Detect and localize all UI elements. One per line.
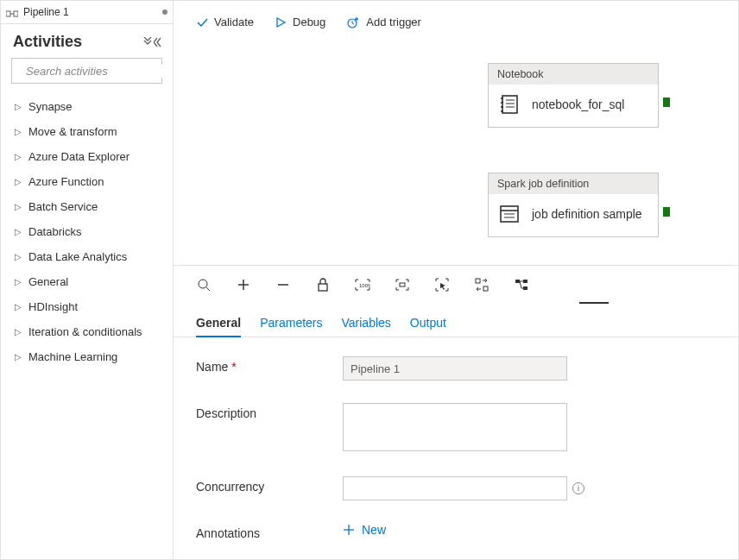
svg-point-23 [199,280,207,288]
app-root: Pipeline 1 Activities ▷Synapse ▷Move & t… [0,0,739,560]
category-label: HDInsight [28,300,78,313]
node-notebook-label: notebook_for_sql [532,98,624,111]
search-wrapper [1,56,173,91]
svg-rect-30 [400,283,405,286]
validate-label: Validate [214,16,254,28]
category-data-lake-analytics[interactable]: ▷Data Lake Analytics [6,244,167,269]
tab-general[interactable]: General [196,316,241,337]
svg-line-24 [206,287,210,291]
category-label: Synapse [28,100,73,113]
chevron-right-icon: ▷ [15,302,22,311]
zoom-in-icon[interactable] [236,277,251,293]
trigger-icon [346,16,360,29]
required-asterisk: * [231,360,236,374]
chevron-right-icon: ▷ [15,102,22,111]
properties-form: Name * Description Concurrency i Annotat… [174,337,738,559]
chevron-right-icon: ▷ [15,177,22,186]
new-label: New [362,523,386,537]
add-trigger-button[interactable]: Add trigger [346,16,421,29]
tab-output[interactable]: Output [410,316,446,337]
chevron-right-icon: ▷ [15,252,22,261]
tab-variables[interactable]: Variables [342,316,391,337]
chevron-right-icon: ▷ [15,277,22,286]
category-label: Databricks [28,225,81,238]
chevron-right-icon: ▷ [15,327,22,337]
category-batch-service[interactable]: ▷Batch Service [6,194,167,219]
node-notebook[interactable]: Notebook notebook_for_sql [488,63,659,128]
layout-icon[interactable] [514,277,529,293]
zoom-search-icon[interactable] [196,277,212,293]
svg-rect-35 [523,286,527,290]
category-label: Azure Data Explorer [28,150,129,163]
connector-success[interactable] [663,207,670,217]
canvas-toolbar: Validate Debug Add trigger [174,1,738,44]
category-label: Azure Function [28,175,104,188]
node-spark-job[interactable]: Spark job definition job definition samp… [488,173,659,237]
node-notebook-body: notebook_for_sql [489,85,658,127]
node-spark-head: Spark job definition [489,173,658,194]
fit-screen-icon[interactable] [395,277,410,293]
validate-button[interactable]: Validate [196,16,254,28]
svg-rect-11 [502,96,517,113]
concurrency-input[interactable] [343,476,567,500]
lock-icon[interactable] [315,277,331,293]
properties-tabs: General Parameters Variables Output [174,303,738,337]
debug-button[interactable]: Debug [275,16,325,28]
category-hdinsight[interactable]: ▷HDInsight [6,294,167,319]
search-input[interactable] [26,65,172,78]
svg-rect-34 [523,280,527,283]
node-notebook-head: Notebook [489,64,658,85]
tab-parameters[interactable]: Parameters [260,316,322,337]
category-general[interactable]: ▷General [6,269,167,294]
activities-header: Activities [1,24,173,56]
chevron-right-icon: ▷ [15,352,22,362]
chevron-right-icon: ▷ [15,152,22,161]
tab-title[interactable]: Pipeline 1 [23,6,157,18]
category-label: General [28,275,68,288]
category-azure-function[interactable]: ▷Azure Function [6,169,167,194]
panel-resize-handle[interactable] [579,302,609,304]
zoom-out-icon[interactable] [275,277,291,293]
description-input[interactable] [343,403,567,451]
svg-text:100%: 100% [359,282,370,287]
tab-dirty-indicator [162,9,167,15]
connector-success[interactable] [663,98,670,107]
category-move-transform[interactable]: ▷Move & transform [6,119,167,144]
category-azure-data-explorer[interactable]: ▷Azure Data Explorer [6,144,167,169]
pipeline-icon [6,8,18,16]
notebook-icon [497,92,521,116]
category-label: Move & transform [28,125,117,138]
collapse-chevrons[interactable] [143,37,162,47]
svg-line-8 [352,23,354,24]
select-icon[interactable] [434,277,450,293]
annotations-label: Annotations [196,523,343,540]
category-databricks[interactable]: ▷Databricks [6,219,167,244]
canvas-zoom-toolbar: 100% [174,265,738,303]
debug-label: Debug [293,16,325,28]
add-trigger-label: Add trigger [366,16,421,28]
svg-rect-31 [476,279,480,283]
category-machine-learning[interactable]: ▷Machine Learning [6,344,167,369]
activities-title: Activities [13,33,143,51]
zoom-100-icon[interactable]: 100% [355,277,370,293]
name-input[interactable] [343,356,567,381]
search-box[interactable] [11,58,162,84]
activity-category-list: ▷Synapse ▷Move & transform ▷Azure Data E… [1,91,173,373]
auto-align-icon[interactable] [474,277,490,293]
chevron-right-icon: ▷ [15,227,22,236]
chevron-right-icon: ▷ [15,202,22,211]
concurrency-label: Concurrency [196,476,343,494]
category-iteration-conditionals[interactable]: ▷Iteration & conditionals [6,319,167,344]
check-icon [196,16,208,28]
category-label: Machine Learning [28,350,117,363]
left-panel: Pipeline 1 Activities ▷Synapse ▷Move & t… [1,1,174,559]
category-synapse[interactable]: ▷Synapse [6,94,167,119]
new-annotation-button[interactable]: New [343,523,716,537]
category-label: Iteration & conditionals [28,325,142,338]
svg-line-37 [520,281,521,288]
job-definition-icon [497,202,521,226]
pipeline-canvas[interactable]: Notebook notebook_for_sql Spark job defi… [174,44,738,265]
info-icon[interactable]: i [572,482,584,494]
editor-tab-bar: Pipeline 1 [1,1,173,24]
category-label: Data Lake Analytics [28,250,127,263]
